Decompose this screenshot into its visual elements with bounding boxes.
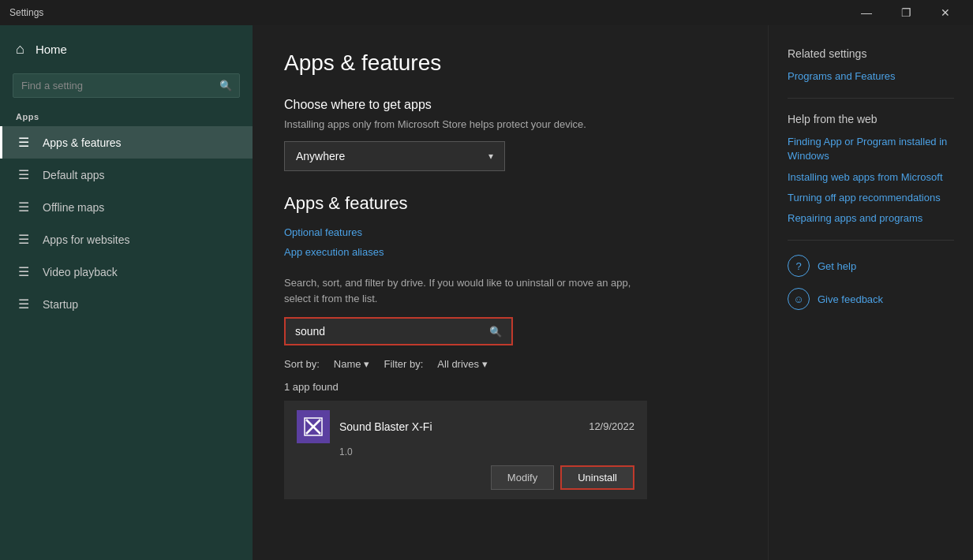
app-version: 1.0 bbox=[339, 446, 634, 457]
sidebar-item-apps-features[interactable]: ☰ Apps & features bbox=[0, 126, 253, 159]
programs-features-link[interactable]: Programs and Features bbox=[788, 69, 954, 84]
get-help-label: Get help bbox=[818, 260, 856, 272]
video-playback-icon: ☰ bbox=[16, 264, 32, 279]
apps-websites-icon: ☰ bbox=[16, 232, 32, 247]
titlebar: Settings — ❐ ✕ bbox=[0, 0, 973, 25]
content-area: Apps & features Choose where to get apps… bbox=[253, 25, 768, 560]
sort-filter-row: Sort by: Name ▾ Filter by: All drives ▾ bbox=[284, 358, 736, 370]
dropdown-value: Anywhere bbox=[296, 150, 345, 162]
titlebar-title: Settings bbox=[9, 7, 43, 18]
get-help-item[interactable]: ? Get help bbox=[788, 255, 954, 277]
filter-drives-button[interactable]: All drives ▾ bbox=[437, 358, 488, 370]
app-date: 12/9/2022 bbox=[589, 420, 634, 432]
sort-label: Sort by: bbox=[284, 358, 320, 370]
sort-chevron-icon: ▾ bbox=[364, 358, 369, 370]
search-desc: Search, sort, and filter by drive. If yo… bbox=[284, 275, 647, 306]
startup-icon: ☰ bbox=[16, 297, 32, 312]
choose-heading: Choose where to get apps bbox=[284, 98, 736, 112]
home-icon: ⌂ bbox=[16, 41, 24, 58]
sidebar-item-label: Startup bbox=[43, 298, 78, 311]
app-layout: ⌂ Home 🔍 Apps ☰ Apps & features ☰ Defaul… bbox=[0, 25, 973, 560]
sidebar-item-label: Apps for websites bbox=[43, 233, 130, 246]
titlebar-controls: — ❐ ✕ bbox=[848, 0, 964, 25]
sidebar-item-label: Default apps bbox=[43, 169, 105, 181]
app-execution-link[interactable]: App execution aliases bbox=[284, 246, 384, 258]
sort-name-button[interactable]: Name ▾ bbox=[334, 358, 370, 370]
search-icon: 🔍 bbox=[489, 326, 502, 338]
sidebar-item-label: Offline maps bbox=[43, 201, 104, 214]
chevron-down-icon: ▾ bbox=[488, 151, 493, 162]
give-feedback-label: Give feedback bbox=[818, 293, 883, 305]
get-help-icon: ? bbox=[788, 255, 810, 277]
close-button[interactable]: ✕ bbox=[927, 0, 964, 25]
help-web-title: Help from the web bbox=[788, 113, 954, 125]
divider bbox=[788, 98, 954, 99]
optional-features-link[interactable]: Optional features bbox=[284, 226, 362, 238]
divider2 bbox=[788, 240, 954, 241]
app-list-item: Sound Blaster X-Fi 12/9/2022 1.0 Modify … bbox=[284, 401, 647, 499]
app-name: Sound Blaster X-Fi bbox=[339, 420, 432, 433]
app-search-input[interactable] bbox=[295, 325, 489, 338]
sidebar-item-label: Video playback bbox=[43, 266, 118, 278]
sidebar-item-apps-websites[interactable]: ☰ Apps for websites bbox=[0, 223, 253, 256]
app-item-header: Sound Blaster X-Fi 12/9/2022 bbox=[297, 410, 634, 443]
app-name-date: Sound Blaster X-Fi 12/9/2022 bbox=[339, 420, 634, 433]
default-apps-icon: ☰ bbox=[16, 167, 32, 182]
page-title: Apps & features bbox=[284, 50, 736, 76]
app-icon bbox=[297, 410, 330, 443]
help-link-repairing[interactable]: Repairing apps and programs bbox=[788, 211, 954, 226]
filter-chevron-icon: ▾ bbox=[482, 358, 488, 370]
sidebar-item-default-apps[interactable]: ☰ Default apps bbox=[0, 159, 253, 191]
app-actions: Modify Uninstall bbox=[297, 465, 634, 490]
sidebar: ⌂ Home 🔍 Apps ☰ Apps & features ☰ Defaul… bbox=[0, 25, 253, 560]
sidebar-section-label: Apps bbox=[0, 107, 253, 126]
sidebar-item-label: Apps & features bbox=[43, 136, 122, 149]
offline-maps-icon: ☰ bbox=[16, 200, 32, 215]
sidebar-home[interactable]: ⌂ Home bbox=[0, 32, 253, 67]
help-link-finding-app[interactable]: Finding App or Program installed in Wind… bbox=[788, 135, 954, 163]
help-link-installing-web[interactable]: Installing web apps from Microsoft bbox=[788, 170, 954, 185]
related-settings-title: Related settings bbox=[788, 47, 954, 60]
sidebar-search-box: 🔍 bbox=[13, 73, 240, 98]
results-count: 1 app found bbox=[284, 381, 736, 393]
give-feedback-item[interactable]: ☺ Give feedback bbox=[788, 288, 954, 310]
apps-features-icon: ☰ bbox=[16, 135, 32, 150]
subsection-title: Apps & features bbox=[284, 193, 736, 214]
app-search-box: 🔍 bbox=[284, 317, 513, 345]
filter-label: Filter by: bbox=[384, 358, 423, 370]
choose-desc: Installing apps only from Microsoft Stor… bbox=[284, 118, 736, 130]
apps-source-dropdown[interactable]: Anywhere ▾ bbox=[284, 141, 505, 171]
sidebar-item-offline-maps[interactable]: ☰ Offline maps bbox=[0, 191, 253, 223]
maximize-button[interactable]: ❐ bbox=[888, 0, 924, 25]
uninstall-button[interactable]: Uninstall bbox=[560, 465, 634, 490]
modify-button[interactable]: Modify bbox=[491, 465, 554, 490]
home-label: Home bbox=[36, 43, 67, 56]
right-panel: Related settings Programs and Features H… bbox=[768, 25, 973, 560]
minimize-button[interactable]: — bbox=[848, 0, 885, 25]
sidebar-search-input[interactable] bbox=[13, 73, 240, 98]
help-link-turning-off[interactable]: Turning off app recommendations bbox=[788, 191, 954, 205]
sidebar-item-startup[interactable]: ☰ Startup bbox=[0, 288, 253, 320]
sidebar-item-video-playback[interactable]: ☰ Video playback bbox=[0, 256, 253, 288]
search-icon: 🔍 bbox=[219, 80, 232, 91]
give-feedback-icon: ☺ bbox=[788, 288, 810, 310]
